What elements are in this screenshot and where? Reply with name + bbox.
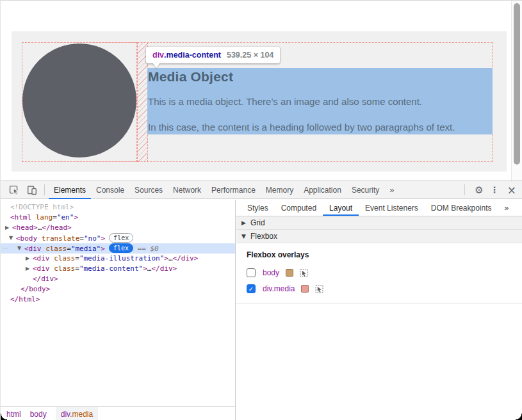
code-token: "media-content": [79, 264, 143, 273]
dom-tree-row[interactable]: </html>: [1, 295, 235, 305]
dom-tree-row[interactable]: ▶<div class="media-content">…</div>: [1, 264, 235, 274]
settings-gear-icon[interactable]: ⚙: [475, 184, 483, 196]
tab-computed[interactable]: Computed: [275, 200, 323, 216]
code-token: "no": [84, 234, 101, 243]
dom-tree-row[interactable]: ▶<div class="media-illustration">…</div>: [1, 254, 235, 264]
dom-node-text: <body translate="no">: [16, 234, 105, 243]
code-token: translate: [42, 234, 80, 243]
flex-badge[interactable]: flex: [109, 233, 133, 243]
overlay-element-label[interactable]: div.media: [263, 284, 295, 293]
tab-performance[interactable]: Performance: [206, 181, 261, 199]
overlay-checkbox[interactable]: ✓: [247, 284, 256, 293]
dom-tree-row[interactable]: ▶<head>…</head>: [1, 223, 235, 233]
chevron-right-icon[interactable]: ▶: [5, 223, 9, 233]
tooltip-pointer: [152, 63, 160, 68]
tab-event-listeners[interactable]: Event Listeners: [359, 200, 425, 216]
device-toolbar-icon[interactable]: [26, 184, 38, 196]
more-tabs-icon[interactable]: »: [384, 185, 399, 195]
overlay-element-label[interactable]: body: [263, 268, 279, 277]
chevron-right-icon[interactable]: ▶: [26, 264, 29, 274]
toolbar-right-cluster: ⚙ ⋮ ×: [458, 184, 516, 197]
tooltip-tag: div: [152, 51, 164, 60]
code-token: </body>: [20, 285, 50, 293]
breadcrumb-item[interactable]: div.media: [56, 407, 98, 420]
flexbox-section-header[interactable]: ▼ Flexbox: [236, 230, 522, 243]
code-token: =: [75, 264, 79, 273]
dom-tree-row[interactable]: </div>: [1, 274, 235, 284]
code-token: >: [74, 213, 78, 222]
code-token: <div: [33, 264, 54, 273]
tab-memory[interactable]: Memory: [261, 181, 298, 199]
devtools-window: Media Object This is a media object. The…: [0, 0, 522, 420]
flexbox-section-label: Flexbox: [250, 232, 277, 241]
code-token: >: [101, 234, 105, 243]
inspect-element-icon[interactable]: [8, 184, 20, 196]
code-token: lang: [36, 213, 53, 222]
breadcrumb-item[interactable]: html: [6, 410, 21, 419]
breadcrumb-item[interactable]: body: [30, 410, 47, 419]
tab-elements[interactable]: Elements: [49, 181, 91, 199]
code-token: …: [168, 254, 173, 262]
code-token: </div>: [33, 275, 58, 283]
dom-node-text: </div>: [33, 275, 58, 283]
dom-node-text: <!DOCTYPE html>: [10, 203, 74, 211]
dom-tree-row[interactable]: ⋯▼<div class="media">flex == $0: [1, 243, 235, 254]
tab-layout[interactable]: Layout: [323, 200, 359, 216]
code-token: >: [101, 245, 105, 253]
code-token: $0: [150, 245, 158, 253]
pick-element-icon[interactable]: [300, 269, 308, 277]
flexbox-overlay-rows: body ✓div.media: [247, 268, 512, 294]
row-actions-ellipsis: ⋯: [2, 243, 9, 254]
flex-badge[interactable]: flex: [109, 243, 133, 253]
breadcrumb-token: div: [61, 410, 70, 419]
dom-tree-row[interactable]: ▼<body translate="no">flex: [1, 233, 235, 243]
more-sidebar-tabs-icon[interactable]: »: [498, 200, 516, 216]
devtools-tabs: ElementsConsoleSourcesNetworkPerformance…: [49, 181, 384, 199]
tab-security[interactable]: Security: [347, 181, 384, 199]
close-icon[interactable]: ×: [507, 184, 516, 197]
tab-network[interactable]: Network: [168, 181, 206, 199]
chevron-down-icon[interactable]: ▼: [17, 243, 21, 254]
code-token: =: [67, 245, 71, 253]
code-token: <div: [24, 245, 45, 253]
tab-console[interactable]: Console: [91, 181, 129, 199]
tab-styles[interactable]: Styles: [241, 200, 275, 216]
chevron-right-icon[interactable]: ▶: [241, 220, 250, 226]
dom-node-text: </html>: [10, 295, 40, 303]
customize-menu-icon[interactable]: ⋮: [491, 185, 499, 195]
code-token: "media-illustration": [79, 254, 164, 262]
page-paragraph: This is a media object. There’s an image…: [148, 96, 422, 107]
dom-node-text: <html lang="en">: [10, 213, 78, 222]
dom-tree-row[interactable]: <!DOCTYPE html>: [1, 202, 235, 213]
sidebar-tabs: StylesComputedLayoutEvent ListenersDOM B…: [236, 200, 522, 216]
chevron-down-icon[interactable]: ▼: [241, 233, 250, 239]
code-token: <!DOCTYPE html>: [10, 203, 74, 211]
grid-section-label: Grid: [250, 218, 265, 227]
page-scrollbar[interactable]: [511, 1, 522, 181]
code-token: >: [143, 264, 147, 273]
window-corner: [1, 414, 7, 420]
chevron-right-icon[interactable]: ▶: [26, 254, 29, 264]
dom-node-text: <div class="media">: [24, 245, 105, 253]
dom-tree-row[interactable]: </body>: [1, 284, 235, 295]
toolbar-separator: [464, 184, 465, 195]
overlay-checkbox[interactable]: [247, 268, 256, 277]
chevron-down-icon[interactable]: ▼: [9, 233, 13, 243]
page-paragraph: In this case, the content is a heading f…: [148, 122, 455, 133]
pick-element-icon[interactable]: [315, 285, 323, 293]
tab-dom-breakpoints[interactable]: DOM Breakpoints: [425, 200, 498, 216]
code-token: </div>: [151, 264, 177, 273]
tab-sources[interactable]: Sources: [129, 181, 168, 199]
code-token: "en": [57, 213, 74, 222]
devtools-toolbar: ElementsConsoleSourcesNetworkPerformance…: [1, 181, 522, 199]
code-token: class: [45, 245, 67, 253]
dom-tree-row[interactable]: <html lang="en">: [1, 213, 235, 223]
tab-application[interactable]: Application: [298, 181, 347, 199]
code-token: "media": [71, 245, 101, 253]
color-swatch: [301, 285, 309, 293]
code-token: </head>: [42, 223, 71, 232]
grid-section-header[interactable]: ▶ Grid: [236, 216, 522, 230]
toolbar-separator: [44, 184, 45, 195]
scrollbar-thumb[interactable]: [514, 3, 520, 165]
flexbox-overlay-row: body: [247, 268, 512, 278]
